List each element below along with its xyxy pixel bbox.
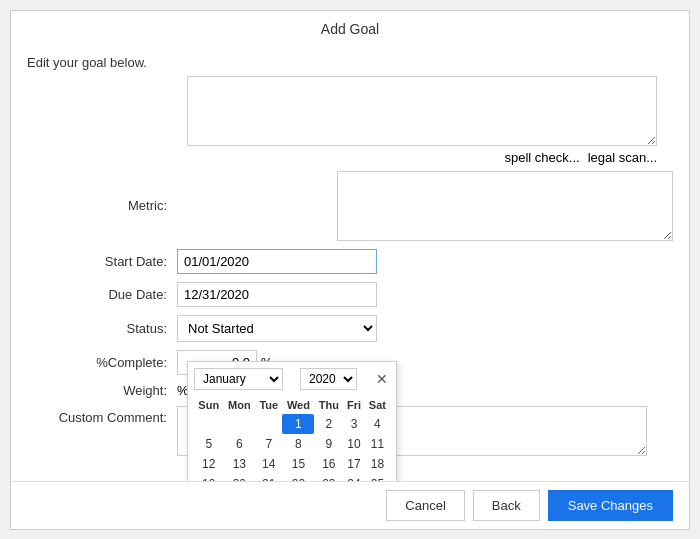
percent-label: %Complete: (27, 355, 177, 370)
cal-header-tue: Tue (255, 396, 282, 414)
cal-day[interactable]: 20 (224, 474, 256, 481)
calendar-header: JanuaryFebruaryMarchAprilMayJuneJulyAugu… (194, 368, 390, 390)
legal-scan-link[interactable]: legal scan... (588, 150, 657, 165)
cal-day[interactable]: 15 (282, 454, 314, 474)
cal-day[interactable]: 23 (314, 474, 343, 481)
cal-day[interactable]: 6 (224, 434, 256, 454)
dialog-title: Add Goal (11, 11, 689, 47)
cal-day (194, 414, 224, 434)
add-goal-dialog: Add Goal Edit your goal below. spell che… (10, 10, 690, 530)
cal-day (255, 414, 282, 434)
metric-textarea[interactable] (337, 171, 673, 241)
cal-day[interactable]: 13 (224, 454, 256, 474)
spell-check-link[interactable]: spell check... (504, 150, 579, 165)
dialog-footer: Cancel Back Save Changes (11, 481, 689, 529)
metric-label: Metric: (27, 198, 177, 213)
cal-day[interactable]: 5 (194, 434, 224, 454)
custom-comment-label: Custom Comment: (27, 406, 177, 425)
calendar-popup: JanuaryFebruaryMarchAprilMayJuneJulyAugu… (187, 361, 397, 481)
cal-header-sat: Sat (365, 396, 390, 414)
calendar-grid: Sun Mon Tue Wed Thu Fri Sat 123456789101… (194, 396, 390, 481)
cal-day[interactable]: 12 (194, 454, 224, 474)
cal-day[interactable]: 8 (282, 434, 314, 454)
cal-day[interactable]: 3 (343, 414, 365, 434)
cal-day[interactable]: 18 (365, 454, 390, 474)
dialog-body: Edit your goal below. spell check... leg… (11, 47, 689, 481)
cal-day[interactable]: 4 (365, 414, 390, 434)
cal-day[interactable]: 16 (314, 454, 343, 474)
cal-day[interactable]: 24 (343, 474, 365, 481)
metric-row: Metric: (27, 171, 673, 241)
weight-label: Weight: (27, 383, 177, 398)
goal-textarea[interactable] (187, 76, 657, 146)
cal-day[interactable]: 1 (282, 414, 314, 434)
start-date-input[interactable] (177, 249, 377, 274)
cancel-button[interactable]: Cancel (386, 490, 464, 521)
back-button[interactable]: Back (473, 490, 540, 521)
start-date-row: Start Date: JanuaryFebruaryMarchAprilMay… (27, 249, 673, 274)
status-row: Status: Not Started In Progress Complete… (27, 315, 673, 342)
status-select[interactable]: Not Started In Progress Completed (177, 315, 377, 342)
month-select[interactable]: JanuaryFebruaryMarchAprilMayJuneJulyAugu… (194, 368, 283, 390)
start-date-label: Start Date: (27, 254, 177, 269)
due-date-row: Due Date: (27, 282, 673, 307)
edit-goal-label: Edit your goal below. (27, 55, 673, 70)
cal-header-sun: Sun (194, 396, 224, 414)
cal-day[interactable]: 11 (365, 434, 390, 454)
due-date-input[interactable] (177, 282, 377, 307)
year-select[interactable]: 20182019202020212022 (300, 368, 357, 390)
save-changes-button[interactable]: Save Changes (548, 490, 673, 521)
cal-day[interactable]: 17 (343, 454, 365, 474)
cal-day[interactable]: 21 (255, 474, 282, 481)
calendar-close-button[interactable]: ✕ (374, 372, 390, 386)
cal-day[interactable]: 2 (314, 414, 343, 434)
status-label: Status: (27, 321, 177, 336)
cal-day[interactable]: 22 (282, 474, 314, 481)
cal-header-mon: Mon (224, 396, 256, 414)
cal-day[interactable]: 9 (314, 434, 343, 454)
cal-day[interactable]: 19 (194, 474, 224, 481)
edit-goal-section: Edit your goal below. (27, 55, 673, 146)
cal-day[interactable]: 25 (365, 474, 390, 481)
cal-day[interactable]: 14 (255, 454, 282, 474)
cal-header-wed: Wed (282, 396, 314, 414)
cal-header-thu: Thu (314, 396, 343, 414)
due-date-label: Due Date: (27, 287, 177, 302)
cal-header-fri: Fri (343, 396, 365, 414)
spell-legal-row: spell check... legal scan... (187, 150, 657, 165)
cal-day[interactable]: 10 (343, 434, 365, 454)
cal-day (224, 414, 256, 434)
cal-day[interactable]: 7 (255, 434, 282, 454)
